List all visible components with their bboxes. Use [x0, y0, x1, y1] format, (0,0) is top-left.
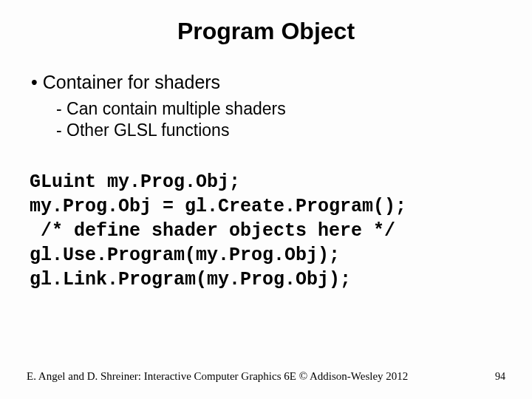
bullet-level2: Other GLSL functions [56, 120, 507, 141]
code-line: my.Prog.Obj = gl.Create.Program(); [30, 196, 406, 217]
code-line: GLuint my.Prog.Obj; [30, 171, 240, 193]
slide-title: Program Object [25, 18, 507, 45]
bullet-list: Container for shaders Can contain multip… [31, 70, 507, 142]
bullet-level1: Container for shaders [31, 70, 507, 94]
page-number: 94 [495, 371, 505, 383]
slide-footer: E. Angel and D. Shreiner: Interactive Co… [0, 370, 532, 383]
code-line: gl.Use.Program(my.Prog.Obj); [30, 245, 340, 266]
code-line: /* define shader objects here */ [30, 220, 395, 242]
slide: Program Object Container for shaders Can… [0, 0, 532, 399]
footer-attribution: E. Angel and D. Shreiner: Interactive Co… [27, 370, 408, 383]
code-line: gl.Link.Program(my.Prog.Obj); [30, 269, 351, 290]
bullet-level2: Can contain multiple shaders [56, 98, 507, 120]
code-block: GLuint my.Prog.Obj; my.Prog.Obj = gl.Cre… [30, 170, 507, 292]
